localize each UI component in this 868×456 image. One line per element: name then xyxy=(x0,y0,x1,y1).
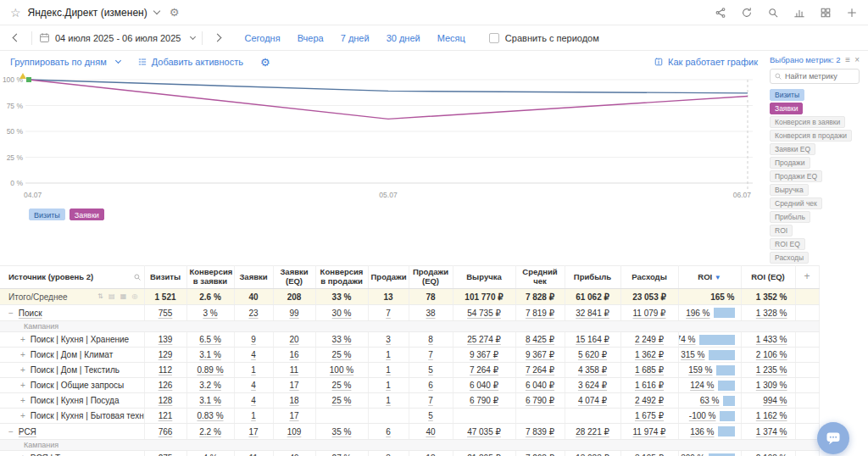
quick-range-link[interactable]: Месяц xyxy=(437,33,465,43)
metric-value-link[interactable]: 1 xyxy=(386,381,391,390)
metric-value-link[interactable]: 5 xyxy=(428,411,433,420)
metric-value-link[interactable]: 1 xyxy=(251,365,256,375)
roi-cell[interactable]: 136 % xyxy=(678,424,741,440)
metrics-list-icon[interactable]: ≡ xyxy=(845,55,850,64)
metric-value-link[interactable]: 4 358 ₽ xyxy=(578,365,607,375)
metric-value-link[interactable]: 6 xyxy=(386,427,391,437)
metric-value-link[interactable]: 17 xyxy=(248,427,258,437)
collapse-toggle[interactable]: − xyxy=(8,309,14,318)
metric-value-link[interactable]: 1 685 ₽ xyxy=(635,365,664,375)
line-chart[interactable]: 100 %75 %50 %25 %0 %04.0705.0706.07 xyxy=(0,73,768,207)
campaign-label[interactable]: Поиск | Дом | Климат xyxy=(31,350,113,359)
column-header[interactable]: Конверсия в продажи xyxy=(315,266,368,289)
metric-value-link[interactable]: 100 % xyxy=(330,365,353,375)
metric-value-link[interactable]: 11 079 ₽ xyxy=(633,309,666,318)
source-link[interactable]: Поиск xyxy=(19,309,42,318)
metric-chip[interactable]: Средний чек xyxy=(770,197,822,209)
column-header[interactable]: Заявки (EQ) xyxy=(273,266,315,289)
chat-fab[interactable] xyxy=(817,422,849,454)
expand-toggle[interactable]: + xyxy=(20,365,25,375)
metric-value-link[interactable]: 139 xyxy=(159,335,173,344)
metric-value-link[interactable]: 766 xyxy=(159,427,173,437)
metric-chip[interactable]: Конверсия в заявки xyxy=(770,116,845,128)
metric-value-link[interactable]: 2.2 % xyxy=(199,427,221,437)
metric-value-link[interactable]: 40 xyxy=(426,427,435,437)
star-icon[interactable]: ☆ xyxy=(10,6,21,19)
metric-value-link[interactable]: 6 790 ₽ xyxy=(470,396,498,405)
metric-value-link[interactable]: 25 % xyxy=(332,350,352,359)
metric-value-link[interactable]: 4 xyxy=(251,350,256,359)
metric-value-link[interactable]: 7 xyxy=(386,309,391,318)
metric-value-link[interactable]: 3.2 % xyxy=(199,381,221,390)
metric-value-link[interactable]: 23 xyxy=(248,309,258,318)
metric-value-link[interactable]: 7 xyxy=(428,396,433,405)
metric-value-link[interactable]: 18 xyxy=(289,396,298,405)
column-header[interactable]: ROI ▼ xyxy=(678,266,741,289)
roi-cell[interactable]: 196 % xyxy=(678,305,741,321)
metric-value-link[interactable]: 8 xyxy=(428,335,433,344)
metric-value-link[interactable]: 6 040 ₽ xyxy=(526,381,554,390)
metric-value-link[interactable]: 5 xyxy=(428,365,433,375)
metric-value-link[interactable]: 11 974 ₽ xyxy=(633,427,666,437)
metric-value-link[interactable]: 755 xyxy=(159,309,173,318)
search-icon[interactable] xyxy=(767,7,779,19)
metric-value-link[interactable]: 25 % xyxy=(332,396,352,405)
metric-value-link[interactable]: 54 735 ₽ xyxy=(467,309,501,318)
metric-value-link[interactable]: 128 xyxy=(159,396,173,405)
metric-chip[interactable]: Продажи xyxy=(770,157,810,169)
metric-value-link[interactable]: 6.5 % xyxy=(199,335,221,344)
roi-cell[interactable]: 309 % xyxy=(678,451,741,456)
metric-value-link[interactable]: 2 492 ₽ xyxy=(635,396,664,405)
metric-value-link[interactable]: 2 249 ₽ xyxy=(635,335,664,344)
metric-value-link[interactable]: 1 xyxy=(251,411,256,420)
metric-chip[interactable]: Продажи EQ xyxy=(770,170,822,182)
metric-chip[interactable]: ROI xyxy=(770,225,793,236)
column-header[interactable]: Продажи xyxy=(368,266,409,289)
metric-value-link[interactable]: 3 624 ₽ xyxy=(578,381,607,390)
column-header[interactable]: Конверсия в заявки xyxy=(186,266,234,289)
metric-value-link[interactable]: 9 367 ₽ xyxy=(470,350,498,359)
legend-chip[interactable]: Визиты xyxy=(29,209,65,220)
metric-value-link[interactable]: 994 % xyxy=(763,396,787,405)
chevron-down-icon[interactable] xyxy=(153,8,159,14)
column-header[interactable]: Выручка xyxy=(453,266,515,289)
metric-chip[interactable]: Прибыль xyxy=(770,211,810,223)
grid-icon[interactable] xyxy=(820,7,832,19)
metric-chip[interactable]: ROI EQ xyxy=(770,238,805,250)
metric-value-link[interactable]: 7 839 ₽ xyxy=(526,427,554,437)
metric-value-link[interactable]: 17 xyxy=(289,381,298,390)
metric-value-link[interactable]: 1 433 % xyxy=(756,335,787,344)
metric-chip[interactable]: Выручка xyxy=(770,184,809,196)
metric-value-link[interactable]: 33 % xyxy=(332,335,352,344)
metric-value-link[interactable]: 47 035 ₽ xyxy=(467,427,501,437)
metric-chip[interactable]: Конверсия в продажи xyxy=(770,130,852,142)
expand-toggle[interactable]: + xyxy=(20,335,25,344)
quick-range-link[interactable]: Вчера xyxy=(298,33,324,43)
column-header[interactable]: Прибыль xyxy=(565,266,620,289)
source-link[interactable]: РСЯ xyxy=(19,427,36,437)
metric-value-link[interactable]: 6 xyxy=(428,381,433,390)
roi-cell[interactable]: 159 % xyxy=(678,363,741,378)
roi-cell[interactable]: 574 % xyxy=(678,332,741,348)
metric-value-link[interactable]: 3.1 % xyxy=(199,350,221,359)
metric-chip[interactable]: Расходы xyxy=(770,252,809,264)
roi-cell[interactable]: 124 % xyxy=(678,378,741,393)
metric-value-link[interactable]: 2 106 % xyxy=(756,350,787,359)
metric-value-link[interactable]: 1 328 % xyxy=(756,309,787,318)
quick-range-link[interactable]: 7 дней xyxy=(341,33,370,43)
column-header[interactable]: Продажи (EQ) xyxy=(409,266,453,289)
metric-value-link[interactable]: 16 xyxy=(289,350,298,359)
plus-icon[interactable] xyxy=(846,7,858,19)
add-activity-button[interactable]: Добавить активность xyxy=(137,57,243,67)
metric-value-link[interactable]: 20 xyxy=(289,335,298,344)
quick-range-link[interactable]: 30 дней xyxy=(387,33,420,43)
metric-value-link[interactable]: 1 xyxy=(386,396,391,405)
metric-value-link[interactable]: 8 425 ₽ xyxy=(526,335,554,344)
metric-value-link[interactable]: 1 309 % xyxy=(756,381,787,390)
metric-value-link[interactable]: 9 xyxy=(251,335,256,344)
metric-value-link[interactable]: 32 841 ₽ xyxy=(576,309,609,318)
metric-value-link[interactable]: 30 % xyxy=(332,309,352,318)
metric-value-link[interactable]: 112 xyxy=(159,365,172,375)
metric-value-link[interactable]: 17 xyxy=(289,411,298,420)
metric-value-link[interactable]: 7 xyxy=(428,350,433,359)
